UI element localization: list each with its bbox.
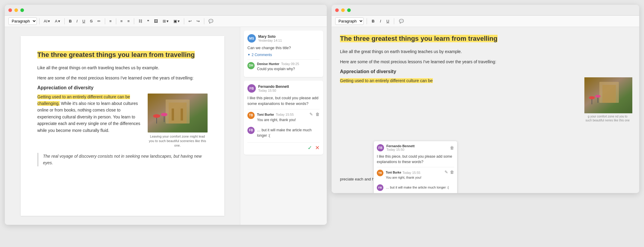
ordered-list-button[interactable]: ≡ — [119, 18, 125, 25]
underline-button[interactable]: U — [81, 18, 87, 25]
comment-icon-right: 💬 — [399, 19, 404, 23]
diversity-section: Getting used to an entirely different cu… — [37, 94, 208, 148]
avatar-denise: DH — [247, 62, 255, 69]
divider — [64, 18, 65, 24]
align-button[interactable]: ≡ — [108, 18, 114, 25]
divider — [39, 18, 40, 24]
image-button[interactable]: 🖼 — [152, 18, 160, 25]
comment-header-2: FB Fernando Bennett Today 15:50 — [247, 84, 320, 93]
redo-button[interactable]: ↪ — [195, 18, 202, 25]
comment-thread-2: TB Toni Burke Today 15:55 ✎ 🗑 — [247, 109, 320, 140]
paragraph-select-right[interactable]: ParagraphParagraph — [335, 17, 364, 25]
avatar-mary: MS — [247, 34, 256, 43]
strikethrough-button[interactable]: S — [88, 18, 94, 25]
svg-point-5 — [153, 114, 160, 118]
minimize-button-right[interactable] — [341, 8, 345, 12]
right-paragraph-1: Like all the great things on earth trave… — [340, 48, 631, 55]
section-text: Getting used to an entirely different cu… — [37, 94, 142, 148]
thread-meta-inner: Toni Burke Today 15:55 — [257, 113, 294, 116]
avatar-fernando: FB — [247, 84, 256, 93]
right-travel-image — [584, 77, 632, 113]
comment-thread-1: DH Denise Hunter Today 09:25 Could you e… — [247, 59, 320, 73]
resolve-x-button[interactable]: ✕ — [315, 144, 320, 151]
chevron-icon: ▾ — [178, 19, 180, 23]
popup-edit-icon[interactable]: ✎ — [445, 170, 448, 174]
thread-author-1: Denise Hunter — [257, 62, 279, 66]
comment-text-1: Can we change this title? — [247, 45, 320, 51]
unordered-list-button[interactable]: ≡ — [126, 18, 131, 25]
svg-point-12 — [589, 96, 595, 99]
paragraph-select[interactable]: ParagraphParagraph — [8, 17, 37, 25]
table-button[interactable]: ⊞ ▾ — [161, 18, 170, 25]
popup-header: FB Fernando Bennett Today 15:50 🗑 — [377, 144, 454, 151]
thread-item: DH Denise Hunter Today 09:25 Could you e… — [247, 62, 320, 73]
embed-button[interactable]: ▣ ▾ — [172, 18, 182, 25]
font-size-button[interactable]: A ▾ — [53, 18, 62, 25]
popup-delete-icon[interactable]: 🗑 — [450, 145, 454, 150]
embed-icon: ▣ — [173, 19, 177, 23]
blockquote-button[interactable]: ❝ — [145, 18, 151, 25]
link-icon: ⛓ — [138, 19, 142, 23]
popup-avatar: FB — [377, 144, 384, 151]
link-button[interactable]: ⛓ — [137, 18, 144, 25]
thread-meta: Toni Burke Today 15:55 ✎ 🗑 — [257, 112, 320, 117]
main-content-left: The three greatest things you learn from… — [5, 27, 327, 225]
thread-comment-2b: … but it will make the article much long… — [257, 127, 320, 140]
bold-button[interactable]: B — [67, 18, 73, 25]
highlight-button[interactable]: ✏ — [96, 18, 102, 25]
right-document-title: The three greatest things you learn from… — [340, 35, 498, 42]
popup-thread: TB Toni Burke Today 15:55 ✎ 🗑 — [377, 167, 454, 192]
document-left: The three greatest things you learn from… — [21, 36, 224, 216]
right-section-text: Getting used to an entirely different cu… — [340, 77, 581, 122]
close-button[interactable] — [8, 8, 12, 12]
edit-icon[interactable]: ✎ — [309, 112, 313, 117]
bold-button-right[interactable]: B — [370, 18, 376, 25]
popup-time: Today 15:50 — [386, 148, 415, 151]
undo-button[interactable]: ↩ — [187, 18, 193, 25]
right-title-block: The three greatest things you learn from… — [340, 34, 631, 43]
editor-area-left[interactable]: The three greatest things you learn from… — [5, 27, 240, 225]
popup-reply-icons: ✎ 🗑 — [445, 170, 454, 174]
chevron-icon: ▾ — [48, 19, 50, 23]
popup-delete-reply-icon[interactable]: 🗑 — [450, 170, 454, 174]
toolbar-right: ParagraphParagraph B I U 💬 — [332, 16, 639, 27]
maximize-button-right[interactable] — [347, 8, 351, 12]
paragraph-1: Like all the great things on earth trave… — [37, 64, 208, 71]
thread-time-1: Today 09:25 — [281, 62, 299, 66]
thread-time-2a: Today 15:55 — [276, 113, 294, 116]
right-paragraph-2: Here are some of the most precious lesso… — [340, 58, 631, 65]
thread-item: TB Toni Burke Today 15:55 ✎ 🗑 — [247, 112, 320, 124]
right-image-block: g your comfort zone nd you to such beaut… — [584, 77, 631, 122]
delete-icon[interactable]: 🗑 — [315, 112, 320, 117]
comments-sidebar: MS Mary Soto Yesterday 14:11 Can we chan… — [240, 27, 327, 225]
popup-reply-1: Toni Burke Today 15:55 ✎ 🗑 You are right… — [386, 170, 454, 182]
minimize-button[interactable] — [14, 8, 18, 12]
avatar-toni: TB — [247, 112, 255, 119]
italic-button[interactable]: I — [75, 18, 79, 25]
thread-text-1: Could you explain why? — [257, 66, 320, 72]
popup-reply-text: You are right, thank you! — [386, 175, 454, 180]
triangle-icon: ▼ — [247, 53, 250, 56]
comment-button[interactable]: 💬 — [207, 18, 215, 25]
underline-button-right[interactable]: U — [385, 18, 391, 25]
travel-image — [148, 94, 208, 132]
ai-button[interactable]: AI ▾ — [42, 18, 52, 25]
resolve-check-button[interactable]: ✓ — [308, 144, 312, 151]
resolve-row: ✓ ✕ — [247, 142, 320, 151]
thread-text-2b: … but it will make the article much long… — [257, 127, 320, 138]
comment-author-1: Mary Soto — [258, 34, 282, 39]
comment-button-right[interactable]: 💬 — [397, 18, 406, 25]
popup-text: I like this piece, but could you please … — [377, 154, 454, 165]
divider — [116, 18, 116, 24]
titlebar-right — [332, 5, 639, 16]
quote-icon: ❝ — [147, 19, 149, 23]
italic-button-right[interactable]: I — [378, 18, 383, 25]
right-editor[interactable]: The three greatest things you learn from… — [332, 27, 639, 193]
table-icon: ⊞ — [163, 19, 166, 23]
close-button-right[interactable] — [335, 8, 339, 12]
font-size-label: A — [55, 19, 58, 23]
maximize-button[interactable] — [20, 8, 24, 12]
paragraph-2: Here are some of the most precious lesso… — [37, 75, 208, 81]
comment-toggle-1[interactable]: ▼ 2 Comments — [247, 53, 320, 57]
comment-card-2: FB Fernando Bennett Today 15:50 I like t… — [244, 81, 323, 155]
